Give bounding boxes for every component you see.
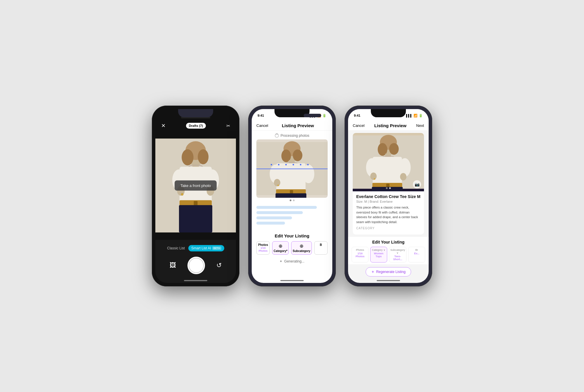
close-button[interactable]: ✕ <box>161 123 166 129</box>
scan-line <box>256 169 328 169</box>
photos-tab3-value: 1/16 Photos <box>353 252 367 258</box>
edit-listing-title-2: Edit Your Listing <box>256 233 328 238</box>
svg-point-45 <box>374 178 375 180</box>
category-tab-3[interactable]: Category ∨ Women Tops <box>370 247 387 262</box>
category-tab3-label: Category ∨ <box>372 249 386 251</box>
svg-point-44 <box>370 173 377 180</box>
svg-point-25 <box>303 164 314 183</box>
photos-tab-2[interactable]: Photos 1/16 Photos <box>256 241 270 255</box>
notch-area-2 <box>304 114 321 117</box>
listing-title: Everlane Cotton Crew Tee Size M <box>356 194 420 199</box>
nav-title-3: Listing Preview <box>374 123 406 128</box>
subcategory-tab3-value: Tees- Short... <box>390 255 405 261</box>
svg-rect-11 <box>194 201 198 205</box>
phone-3-inner: 9:41 ▌▌▌ 📶 🔋 Cancel Listing Preview Next <box>348 109 429 283</box>
classic-list-mode[interactable]: Classic List <box>167 246 185 250</box>
camera-header: ✕ Drafts (7) ✂ <box>155 120 236 131</box>
home-indicator-1 <box>184 280 207 281</box>
tabs3-row: Photos 1/16 Photos Category ∨ Women Tops… <box>352 247 425 262</box>
home-indicator-2 <box>280 280 304 281</box>
loading-skeleton <box>252 203 332 230</box>
subcategory-tab-2[interactable]: ⊕ Subcategory <box>291 241 312 255</box>
listing-info: Everlane Cotton Crew Tee Size M Size: M … <box>353 191 424 235</box>
regenerate-listing-button[interactable]: ✦ Regenerate Listing <box>366 267 411 276</box>
brand-tab-2[interactable]: B <box>314 241 328 255</box>
time-2: 9:41 <box>258 114 264 117</box>
phones-container: ✕ Drafts (7) ✂ <box>152 106 432 286</box>
flip-camera-icon[interactable]: ↺ <box>216 262 222 269</box>
cancel-button-2[interactable]: Cancel <box>256 123 268 128</box>
svg-rect-28 <box>276 193 307 198</box>
regen-star-icon: ✦ <box>371 270 375 274</box>
screen-2-processing: 9:41 ▌▌▌ 📶 🔋 Cancel Listing Preview <box>252 109 332 283</box>
scan-dot-6 <box>307 164 309 165</box>
screen-1-camera: ✕ Drafts (7) ✂ <box>155 109 236 283</box>
nav-bar-3: Cancel Listing Preview Next <box>348 121 429 131</box>
smart-list-ai-mode[interactable]: Smart List AI BETA <box>188 245 224 251</box>
brand-tab3-value: Ev... <box>410 252 424 255</box>
wifi-icon-3: 📶 <box>413 114 418 118</box>
listing-description: This piece offers a classic crew neck, o… <box>356 205 420 224</box>
screen-3-listing: 9:41 ▌▌▌ 📶 🔋 Cancel Listing Preview Next <box>348 109 429 283</box>
subcategory-icon: ⊕ <box>293 243 310 249</box>
loading-spinner <box>275 134 279 138</box>
dot3-2 <box>389 187 391 189</box>
listing-mode-bar: Classic List Smart List AI BETA <box>155 243 236 254</box>
skeleton-line-3 <box>256 216 292 219</box>
camera-controls: 🖼 ↺ <box>155 254 236 280</box>
gallery-icon[interactable]: 🖼 <box>170 262 176 269</box>
svg-point-46 <box>400 173 406 180</box>
category-tab3-value: Women Tops <box>372 252 386 258</box>
skeleton-line-2 <box>256 211 303 214</box>
drafts-button[interactable]: Drafts (7) <box>186 123 206 129</box>
nav-title-2: Listing Preview <box>282 123 314 128</box>
generating-bar: ✦ Generating... <box>252 257 332 267</box>
photos-tab-3[interactable]: Photos 1/16 Photos <box>352 247 369 262</box>
listing-meta: Size: M | Brand: Everlane <box>356 200 420 203</box>
beta-badge: BETA <box>212 246 221 250</box>
category-tab-label: Category* <box>274 249 287 253</box>
signal-icon-3: ▌▌▌ <box>406 114 412 117</box>
brand-tab3-label: Br <box>410 249 424 251</box>
dot3-1 <box>386 187 388 189</box>
listing-card-photo: 📷 <box>353 133 424 191</box>
dot-1 <box>290 200 291 201</box>
subcategory-tab-3[interactable]: Subcategory ∨ Tees- Short... <box>389 247 407 262</box>
next-button-3[interactable]: Next <box>416 123 424 128</box>
processing-label: Processing photos <box>281 134 310 138</box>
edit-photo-icon[interactable]: 📷 <box>413 180 421 188</box>
svg-point-15 <box>181 193 183 195</box>
processing-bar: Processing photos <box>252 131 332 139</box>
scan-dot-4 <box>293 164 294 165</box>
subcategory-tab-label: Subcategory <box>293 249 310 253</box>
generating-label: Generating... <box>284 259 304 263</box>
regen-label: Regenerate Listing <box>376 270 406 274</box>
notch-3 <box>371 109 406 117</box>
brand-tab-label-short: B <box>316 243 326 246</box>
edit-tabs-2: Photos 1/16 Photos ⊕ Category* ⊕ Subcate… <box>256 241 328 255</box>
cancel-button-3[interactable]: Cancel <box>353 123 364 128</box>
regenerate-section: ✦ Regenerate Listing <box>348 264 429 279</box>
shutter-button[interactable] <box>187 257 205 274</box>
category-icon: ⊕ <box>274 243 287 249</box>
phone-1-inner: ✕ Drafts (7) ✂ <box>155 109 236 283</box>
svg-rect-27 <box>290 190 293 194</box>
svg-point-4 <box>198 149 208 164</box>
edit-listing-section-2: Edit Your Listing Photos 1/16 Photos ⊕ C… <box>252 230 332 257</box>
scan-dot-1 <box>271 164 272 165</box>
status-icons-3: ▌▌▌ 📶 🔋 <box>406 114 423 118</box>
phone-2-inner: 9:41 ▌▌▌ 📶 🔋 Cancel Listing Preview <box>252 109 332 283</box>
scissors-icon[interactable]: ✂ <box>226 123 230 129</box>
category-section-label: CATEGORY <box>356 227 420 230</box>
scan-dot-2 <box>278 164 279 165</box>
dot-2 <box>293 200 295 201</box>
svg-point-30 <box>277 185 279 186</box>
brand-tab-3[interactable]: Br Ev... <box>408 247 425 262</box>
svg-point-29 <box>274 179 280 186</box>
category-tab-2[interactable]: ⊕ Category* <box>272 241 289 255</box>
svg-rect-12 <box>179 205 212 232</box>
photo-dots-2 <box>252 198 332 203</box>
scan-dot-3 <box>285 164 287 165</box>
scan-dots <box>271 164 313 165</box>
scan-dot-5 <box>300 164 301 165</box>
